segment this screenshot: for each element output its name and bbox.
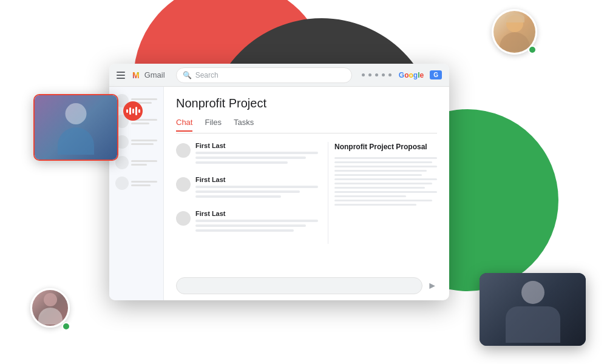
doc-line [334, 170, 427, 172]
doc-line [334, 195, 406, 197]
sidebar-lines-4 [131, 160, 157, 166]
tab-tasks[interactable]: Tasks [234, 118, 254, 132]
message-item-3: First Last [176, 210, 318, 234]
online-indicator-left [62, 322, 70, 331]
chat-area: First Last First Last [176, 142, 437, 244]
person-card-speaking [33, 94, 118, 161]
chat-input-field[interactable] [176, 277, 422, 294]
google-sign-in-button[interactable]: G [430, 70, 442, 79]
video-photo [480, 273, 586, 346]
doc-line [334, 157, 437, 159]
message-sender-3: First Last [195, 210, 318, 217]
search-placeholder-text: Search [195, 71, 219, 79]
chat-input-area: ► [164, 277, 449, 300]
message-line [195, 152, 318, 154]
video-card-participant [480, 273, 586, 346]
voice-bar-5 [138, 109, 140, 113]
message-content-1: First Last [195, 142, 318, 166]
doc-line [334, 174, 422, 176]
message-content-3: First Last [195, 210, 318, 234]
doc-line [334, 204, 416, 206]
hamburger-menu-icon[interactable] [117, 72, 125, 79]
sidebar-item-5[interactable] [112, 174, 161, 192]
message-avatar-1 [176, 143, 191, 158]
sidebar-avatar-5 [115, 177, 129, 190]
sidebar-lines-5 [131, 181, 157, 186]
voice-activity-badge [123, 101, 143, 121]
message-avatar-3 [176, 211, 191, 226]
doc-line [334, 178, 437, 180]
chat-messages-list: First Last First Last [176, 142, 318, 244]
doc-line [334, 166, 437, 167]
gmail-body: Nonprofit Project Chat Files Tasks [109, 87, 449, 300]
doc-line [334, 161, 432, 163]
toolbar-dot-4 [382, 73, 385, 76]
voice-bar-1 [126, 109, 128, 113]
voice-bars [126, 107, 140, 115]
doc-line [334, 187, 425, 189]
avatar-photo-dark [32, 290, 68, 326]
sidebar-item-3[interactable] [112, 133, 161, 151]
search-icon: 🔍 [183, 71, 192, 79]
sidebar-item-4[interactable] [112, 153, 161, 172]
message-line [195, 195, 281, 198]
voice-bar-2 [129, 107, 131, 115]
message-line [195, 220, 318, 222]
browser-window: M Gmail 🔍 Search Google G [109, 64, 449, 300]
document-title: Nonprofit Project Proposal [334, 142, 437, 152]
page-title: Nonprofit Project [176, 96, 437, 110]
sidebar-lines-3 [131, 140, 157, 145]
message-line [195, 229, 294, 232]
toolbar-dot-1 [362, 73, 365, 76]
online-indicator-right [528, 46, 537, 54]
document-preview: Nonprofit Project Proposal [328, 142, 437, 244]
message-item-1: First Last [176, 142, 318, 166]
google-logo: Google [399, 71, 424, 79]
gmail-main-content: Nonprofit Project Chat Files Tasks [164, 87, 449, 277]
message-line [195, 186, 318, 188]
browser-toolbar: M Gmail 🔍 Search Google G [109, 64, 449, 87]
toolbar-right: Google G [362, 70, 442, 79]
search-bar[interactable]: 🔍 Search [176, 67, 352, 83]
message-line [195, 190, 300, 193]
person-photo-speaking [35, 95, 117, 160]
tab-chat[interactable]: Chat [176, 118, 192, 132]
avatar-bottom-left [30, 288, 70, 328]
message-line [195, 157, 306, 159]
message-line [195, 224, 306, 227]
doc-line [334, 191, 437, 193]
message-line [195, 161, 288, 164]
voice-bar-3 [132, 109, 134, 113]
message-item-2: First Last [176, 176, 318, 200]
gmail-logo-icon: M [132, 70, 140, 80]
gmail-label: Gmail [144, 70, 165, 79]
tab-files[interactable]: Files [205, 118, 221, 132]
doc-line [334, 200, 432, 201]
toolbar-dot-2 [368, 73, 371, 76]
doc-line [334, 183, 432, 184]
message-content-2: First Last [195, 176, 318, 200]
toolbar-dot-3 [375, 73, 378, 76]
message-sender-2: First Last [195, 176, 318, 183]
send-icon[interactable]: ► [427, 280, 437, 291]
message-sender-1: First Last [195, 142, 318, 149]
message-avatar-2 [176, 177, 191, 192]
tabs-container: Chat Files Tasks [176, 118, 437, 133]
voice-bar-4 [135, 107, 137, 115]
toolbar-dot-5 [388, 73, 392, 76]
